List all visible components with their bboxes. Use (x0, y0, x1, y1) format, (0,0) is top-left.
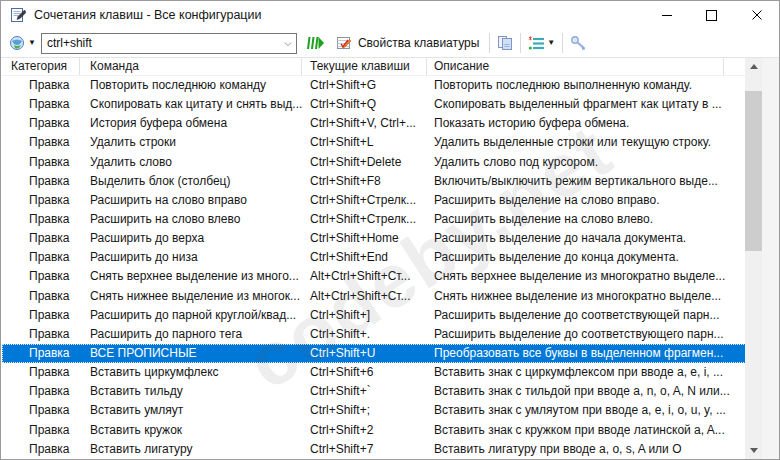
cell-category: Правка (2, 114, 80, 133)
window-right-padding (762, 58, 779, 459)
table-row[interactable]: Правка Расширить до парной круглой/квад.… (2, 306, 746, 325)
table-row[interactable]: Правка Вставить умляут Ctrl+Shift+; Вста… (2, 401, 746, 420)
cell-command: Удалить слово (80, 153, 302, 172)
cell-description: Удалить слово под курсором. (427, 153, 746, 172)
cell-current-keys: Ctrl+Shift+; (302, 401, 427, 420)
cell-command: Удалить строки (80, 133, 302, 152)
cell-description: Снять нижнее выделение из многократно вы… (427, 287, 746, 306)
close-icon (752, 10, 762, 20)
minimize-button[interactable] (644, 1, 689, 29)
cell-command: Расширить на слово вправо (80, 191, 302, 210)
cell-command: Выделить блок (столбец) (80, 172, 302, 191)
cell-command: ВСЕ ПРОПИСНЫЕ (80, 344, 302, 363)
table-row[interactable]: Правка Расширить до парного тега Ctrl+Sh… (2, 325, 746, 344)
vertical-scrollbar[interactable] (745, 58, 762, 459)
table-body: Правка Повторить последнюю команду Ctrl+… (2, 76, 746, 459)
table-row[interactable]: Правка Удалить строки Ctrl+Shift+L Удали… (2, 133, 746, 152)
column-header-command[interactable]: Команда (80, 58, 302, 75)
cell-command: Вставить циркумфлекс (80, 363, 302, 382)
table-row[interactable]: Правка Расширить на слово вправо Ctrl+Sh… (2, 191, 746, 210)
cell-current-keys: Ctrl+Shift+] (302, 306, 427, 325)
scroll-up-button[interactable] (745, 58, 762, 75)
cell-description: Расширить выделение на слово влево. (427, 210, 746, 229)
cell-description: Показать историю буфера обмена. (427, 114, 746, 133)
search-input[interactable] (42, 36, 280, 50)
cell-description: Вставить знак с циркумфлексом при вводе … (427, 363, 746, 382)
assign-key-button[interactable] (570, 35, 588, 51)
table-row[interactable]: Правка Снять верхнее выделение из много.… (2, 267, 746, 286)
toolbar-separator (562, 33, 563, 53)
table-row[interactable]: Правка Выделить блок (столбец) Ctrl+Shif… (2, 172, 746, 191)
cell-command: Вставить умляут (80, 401, 302, 420)
search-scope-button[interactable]: ▼ (9, 35, 36, 51)
cell-description: Повторить последнюю выполненную команду. (427, 76, 746, 95)
column-header-description[interactable]: Описание (427, 58, 724, 75)
triangle-down-icon (750, 448, 758, 453)
cell-current-keys: Ctrl+Shift+6 (302, 363, 427, 382)
cell-category: Правка (2, 229, 80, 248)
cell-command: Вставить кружок (80, 421, 302, 440)
cell-command: Снять верхнее выделение из много... (80, 267, 302, 286)
table-row[interactable]: Правка Расширить до верха Ctrl+Shift+Hom… (2, 229, 746, 248)
apply-filter-button[interactable] (305, 36, 324, 51)
column-header-current-keys[interactable]: Текущие клавиши (302, 58, 427, 75)
cell-category: Правка (2, 382, 80, 401)
cell-current-keys: Ctrl+Shift+Home (302, 229, 427, 248)
cell-description: Расширить выделение до начала документа. (427, 229, 746, 248)
table-row[interactable]: Правка Вставить кружок Ctrl+Shift+2 Вста… (2, 421, 746, 440)
scrollbar-thumb[interactable] (745, 91, 762, 251)
cell-category: Правка (2, 153, 80, 172)
cell-current-keys: Ctrl+Shift+7 (302, 440, 427, 459)
cell-category: Правка (2, 421, 80, 440)
table-row[interactable]: Правка Скопировать как цитату и снять вы… (2, 95, 746, 114)
cell-current-keys: Ctrl+Shift+Delete (302, 153, 427, 172)
cell-current-keys: Ctrl+Shift+Стрелк... (302, 210, 427, 229)
shortcuts-dialog: Сочетания клавиш - Все конфигурации ▼ (0, 0, 780, 460)
cell-category: Правка (2, 133, 80, 152)
cell-description: Удалить выделенные строки или текущую ст… (427, 133, 746, 152)
table-row[interactable]: Правка ВСЕ ПРОПИСНЫЕ Ctrl+Shift+U Преобр… (2, 344, 746, 363)
cell-category: Правка (2, 363, 80, 382)
cell-command: Снять нижнее выделение из многок... (80, 287, 302, 306)
table-row[interactable]: Правка Повторить последнюю команду Ctrl+… (2, 76, 746, 95)
toolbar: ▼ ⌵ Свойства клавиатуры (1, 29, 779, 58)
cell-category: Правка (2, 210, 80, 229)
column-header-category[interactable]: Категория (2, 58, 80, 75)
cell-command: Расширить на слово влево (80, 210, 302, 229)
cell-current-keys: Alt+Ctrl+Shift+Ст... (302, 267, 427, 286)
cell-description: Расширить выделение на слово вправо. (427, 191, 746, 210)
keyboard-properties-label: Свойства клавиатуры (358, 36, 479, 50)
cell-category: Правка (2, 191, 80, 210)
keyboard-properties-button[interactable]: Свойства клавиатуры (333, 33, 482, 53)
cell-command: Скопировать как цитату и снять выд... (80, 95, 302, 114)
title-bar: Сочетания клавиш - Все конфигурации (1, 1, 779, 29)
cell-command: Расширить до парного тега (80, 325, 302, 344)
table-row[interactable]: Правка История буфера обмена Ctrl+Shift+… (2, 114, 746, 133)
cell-command: Расширить до парной круглой/квад... (80, 306, 302, 325)
cell-current-keys: Ctrl+Shift+F8 (302, 172, 427, 191)
cell-description: Расширить выделение до соответствующей п… (427, 306, 746, 325)
search-combobox: ⌵ (41, 33, 297, 54)
cell-description: Включить/выключить режим вертикального в… (427, 172, 746, 191)
table-row[interactable]: Правка Удалить слово Ctrl+Shift+Delete У… (2, 153, 746, 172)
table-row[interactable]: Правка Снять нижнее выделение из многок.… (2, 287, 746, 306)
form-pencil-icon (336, 35, 352, 51)
cell-command: Расширить до верха (80, 229, 302, 248)
cell-category: Правка (2, 344, 80, 363)
scroll-down-button[interactable] (745, 442, 762, 459)
cell-category: Правка (2, 76, 80, 95)
table-row[interactable]: Правка Расширить до низа Ctrl+Shift+End … (2, 248, 746, 267)
cell-category: Правка (2, 440, 80, 459)
cell-category: Правка (2, 287, 80, 306)
list-options-button[interactable]: ▼ (528, 36, 555, 51)
cell-command: Расширить до низа (80, 248, 302, 267)
triangle-up-icon (750, 64, 758, 69)
combo-chevron-down-icon[interactable]: ⌵ (280, 38, 296, 49)
table-row[interactable]: Правка Вставить циркумфлекс Ctrl+Shift+6… (2, 363, 746, 382)
table-row[interactable]: Правка Вставить лигатуру Ctrl+Shift+7 Вс… (2, 440, 746, 459)
maximize-button[interactable] (689, 1, 734, 29)
copy-button[interactable] (497, 35, 513, 51)
table-row[interactable]: Правка Вставить тильду Ctrl+Shift+` Вста… (2, 382, 746, 401)
table-row[interactable]: Правка Расширить на слово влево Ctrl+Shi… (2, 210, 746, 229)
close-button[interactable] (734, 1, 779, 29)
